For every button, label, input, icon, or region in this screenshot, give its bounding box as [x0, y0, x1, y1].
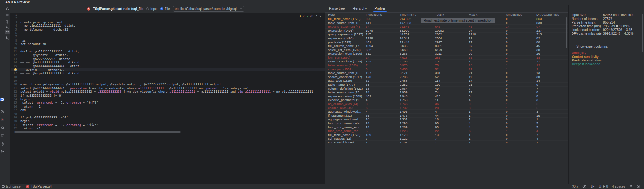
- code-line[interactable]: 1: [11, 13, 325, 16]
- inspection-widget[interactable]: ▲ 2 ✓ 23 ˄ ˅: [299, 14, 321, 18]
- code-line[interactable]: 16—— @vipid dtchar32,: [11, 68, 325, 71]
- intention-bulb-icon[interactable]: [14, 68, 17, 71]
- table-row[interactable]: full_table_name (1773)1391.179139107: [325, 133, 568, 137]
- table-row[interactable]: table_source_item (15…1273.17138121013: [325, 71, 568, 75]
- line-ending[interactable]: LF: [591, 185, 594, 188]
- table-row[interactable]: func_proc_name_sch…51.22322614: [325, 129, 568, 133]
- table-row[interactable]: cross_join (1561)63.455522119: [325, 67, 568, 71]
- radio-file-icon[interactable]: [160, 7, 163, 10]
- table-row[interactable]: execute_statement (43…3476.546646461497: [325, 25, 568, 29]
- file-radio[interactable]: File: [160, 7, 170, 11]
- table-row[interactable]: expression (1495)197852.99910982970237: [325, 29, 568, 33]
- code-line[interactable]: 21select @a444444444444444 = paravalue f…: [11, 86, 325, 90]
- table-row[interactable]: func_proc_name_data…241.29895405: [325, 121, 568, 125]
- table-scrollbar[interactable]: [566, 17, 567, 48]
- table-row[interactable]: if_statement (31)351.476441015: [325, 114, 568, 118]
- tab-hierarchy[interactable]: Hierarchy: [352, 6, 367, 10]
- code-line[interactable]: 9set nocount on: [11, 42, 325, 46]
- layers-icon[interactable]: [0, 126, 4, 130]
- table-row[interactable]: table_name (1777)332.2521992109: [325, 83, 568, 87]
- indent-style[interactable]: 4 spaces: [612, 185, 625, 188]
- code-line[interactable]: 30begin: [11, 119, 325, 123]
- code-line[interactable]: 15—— —— @a444444444444444 dtint,: [11, 64, 325, 68]
- table-row[interactable]: set_special (1485)11.1051101: [325, 141, 568, 143]
- problems-icon[interactable]: [0, 142, 4, 146]
- tab-parse-tree[interactable]: Parse tree: [328, 6, 345, 10]
- col-ambiguities[interactable]: Ambiguities: [506, 13, 536, 17]
- highlight-off-icon[interactable]: [582, 185, 586, 188]
- expert-columns-checkbox[interactable]: Show expert columns: [572, 45, 608, 48]
- breadcrumb-project[interactable]: tsql-parser: [6, 185, 22, 188]
- table-row[interactable]: expression_elem (1590)6115.266321199026: [325, 52, 568, 56]
- terminal-icon[interactable]: [0, 134, 4, 138]
- antlr-preview-icon[interactable]: [0, 98, 4, 101]
- next-problem-icon[interactable]: ˅: [319, 14, 321, 18]
- folder-icon[interactable]: [239, 7, 242, 10]
- file-path-field[interactable]: ebelice/Github/tsql-parser/examples/big.…: [173, 6, 244, 12]
- table-row[interactable]: sql_clauses (12)71.1227104: [325, 137, 568, 141]
- code-line[interactable]: 26 return -1: [11, 105, 325, 108]
- col-time[interactable]: Time (ms)⌄: [400, 13, 435, 17]
- table-row[interactable]: aggregate_windowed…41.4954103: [325, 110, 568, 114]
- code-line[interactable]: 5 @p_tblname dtchar32: [11, 28, 325, 31]
- table-row[interactable]: expression_elem (1589)4021.948413308: [325, 94, 568, 98]
- table-row[interactable]: predicate (1525)46113.444292717080: [325, 40, 568, 44]
- input-radio[interactable]: Input: [146, 7, 157, 11]
- editor-horizontal-scrollbar[interactable]: [15, 131, 181, 133]
- table-row[interactable]: func_proc_name_serv…241.28995405: [325, 125, 568, 129]
- table-row[interactable]: query_expression (1527)11748.76120621910…: [325, 33, 568, 36]
- col-rule[interactable]: Rule: [328, 13, 366, 17]
- code-line[interactable]: 29if @vipa333333333333 !='0': [11, 116, 325, 119]
- code-line[interactable]: 3create proc up_com_test: [11, 20, 325, 24]
- col-invocations[interactable]: Invocations: [366, 13, 400, 17]
- profiler-icon[interactable]: [5, 30, 10, 34]
- table-row[interactable]: full_column_name (17…10948.635830197045: [325, 44, 568, 48]
- git-branch-icon[interactable]: [0, 150, 4, 154]
- code-line[interactable]: 19: [11, 79, 325, 82]
- refresh-icon[interactable]: [5, 6, 10, 11]
- table-row[interactable]: search_condition (1519)7354.1587351031: [325, 60, 568, 63]
- table-row[interactable]: join_part (1560)144.61828535218: [325, 56, 568, 60]
- table-row[interactable]: table_source_item (15…141.959741708: [325, 90, 568, 94]
- code-line[interactable]: 12—— —— @sysdate dtdate,: [11, 53, 325, 57]
- tab-profiler[interactable]: Profiler: [374, 6, 386, 10]
- code-line[interactable]: 22select @vipid = vipid,@vipa33333333333…: [11, 90, 325, 93]
- stop-icon[interactable]: [5, 13, 10, 17]
- table-row[interactable]: search_condition (1517)4702.78652511030: [325, 75, 568, 79]
- error-indicator-icon[interactable]: [637, 185, 640, 188]
- col-max-k[interactable]: Max k: [469, 13, 506, 17]
- table-row[interactable]: column_alias (45)61.73228815: [325, 106, 568, 110]
- radio-input-icon[interactable]: [146, 7, 149, 10]
- col-dfa-cache-miss[interactable]: DFA cache miss: [536, 13, 571, 17]
- code-line[interactable]: 7-- -- --: [11, 35, 325, 38]
- code-editor[interactable]: 123create proc up_com_test4 @p_vipa11111…: [11, 13, 325, 183]
- code-line[interactable]: 23if @a333333333333 !='0': [11, 94, 325, 97]
- col-total-k[interactable]: Total k: [435, 13, 469, 17]
- table-row[interactable]: table_sources (1546)73.9707528112: [325, 63, 568, 67]
- code-line[interactable]: 24begin: [11, 97, 325, 101]
- code-line[interactable]: 27end: [11, 108, 325, 112]
- caret-position[interactable]: 30:7: [572, 185, 579, 188]
- stats-scrollbar[interactable]: [642, 14, 643, 52]
- antlr-icon[interactable]: [0, 118, 4, 122]
- run-icon[interactable]: [0, 110, 4, 114]
- scroll-to-source-icon[interactable]: [5, 20, 10, 24]
- code-line[interactable]: 8 as: [11, 39, 325, 42]
- code-line[interactable]: 2: [11, 16, 325, 20]
- checkbox-icon[interactable]: [572, 45, 574, 48]
- code-line[interactable]: 32 return -1: [11, 127, 325, 130]
- table-row[interactable]: select_list_elem (1592)6326.669612997038: [325, 48, 568, 52]
- unlock-icon[interactable]: [630, 185, 632, 188]
- table-row[interactable]: data_type (1829)322.48811417014: [325, 79, 568, 83]
- code-line[interactable]: 13—— —— @a2222222222 dtdate,: [11, 57, 325, 61]
- code-line[interactable]: 4 @p_vipa1111111111111 dtint,: [11, 24, 325, 27]
- hierarchy-icon[interactable]: [5, 35, 10, 40]
- encoding[interactable]: UTF-8: [599, 185, 608, 188]
- table-row[interactable]: column_definition (1421)182.06449707: [325, 87, 568, 90]
- prev-problem-icon[interactable]: ˄: [316, 14, 317, 18]
- table-row[interactable]: expression (1498)199820.342206421082: [325, 36, 568, 40]
- breadcrumb-file[interactable]: TSqlParser.g4: [31, 185, 52, 188]
- code-line[interactable]: 14—— —— @a333333333333 dtkind,: [11, 61, 325, 64]
- code-line[interactable]: 28: [11, 112, 325, 116]
- code-line[interactable]: 18: [11, 75, 325, 79]
